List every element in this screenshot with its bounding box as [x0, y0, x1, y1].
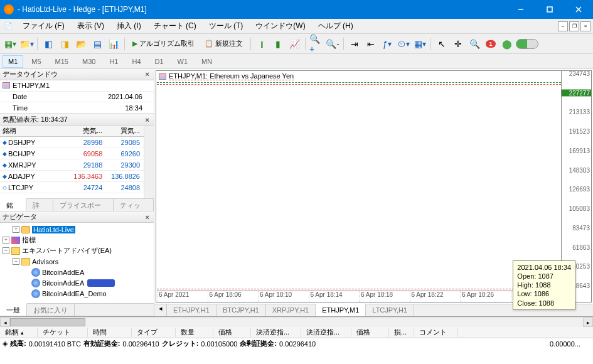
- menu-tools[interactable]: ツール (T): [203, 18, 250, 34]
- terminal-col-header[interactable]: 時間: [88, 328, 132, 337]
- tf-w1[interactable]: W1: [172, 55, 194, 68]
- tf-m5[interactable]: M5: [26, 55, 46, 68]
- terminal-header: 銘柄 ▴チケット時間タイプ数量価格決済逆指...決済逆指...価格損...コメン…: [0, 327, 593, 338]
- tf-m30[interactable]: M30: [77, 55, 101, 68]
- quote-row[interactable]: ◇ LTCJPY2472424808: [0, 182, 144, 193]
- chart-tab[interactable]: BTCJPY,H1: [216, 304, 266, 316]
- tf-h4[interactable]: H4: [126, 55, 146, 68]
- quote-row[interactable]: ◆ BCHJPY6905869260: [0, 148, 144, 159]
- mdi-close[interactable]: ×: [580, 21, 590, 31]
- maximize-button[interactable]: [535, 0, 564, 19]
- navigator-button[interactable]: 📂: [73, 36, 88, 51]
- templates-button[interactable]: ▦▾: [412, 36, 427, 51]
- chart-shift-button[interactable]: ⇤: [363, 36, 378, 51]
- terminal-col-header[interactable]: 数量: [176, 328, 213, 337]
- minimize-button[interactable]: [506, 0, 535, 19]
- terminal-col-header[interactable]: 決済逆指...: [301, 328, 351, 337]
- chart-tab[interactable]: XRPJPY,H1: [266, 304, 316, 316]
- navigator-close[interactable]: ×: [144, 213, 151, 221]
- close-button[interactable]: [564, 0, 593, 19]
- nav-account[interactable]: +HatioLtd-Live: [1, 224, 152, 235]
- bar-chart-button[interactable]: ⫿: [254, 36, 269, 51]
- alerts-button[interactable]: 1: [483, 36, 498, 51]
- cursor-button[interactable]: ↖: [434, 36, 449, 51]
- terminal-col-header[interactable]: 価格: [213, 328, 251, 337]
- menu-view[interactable]: 表示 (V): [71, 18, 110, 34]
- direction-icon: ◆: [3, 173, 7, 179]
- terminal-col-header[interactable]: タイプ: [132, 328, 176, 337]
- terminal-col-header[interactable]: 価格: [351, 328, 389, 337]
- indicators-button[interactable]: ƒ▾: [380, 36, 395, 51]
- quote-row[interactable]: ◆ DSHJPY2899829085: [0, 137, 144, 148]
- menu-window[interactable]: ウインドウ(W): [249, 18, 311, 34]
- data-window-symbol-row: ETHJPY,M1: [0, 80, 154, 92]
- menu-insert[interactable]: 挿入 (I): [110, 18, 147, 34]
- mdi-restore[interactable]: ❐: [569, 21, 579, 31]
- terminal-col-header[interactable]: 損...: [389, 328, 414, 337]
- scroll-right[interactable]: ▸: [583, 318, 593, 327]
- terminal-col-header[interactable]: コメント: [414, 328, 458, 337]
- scroll-thumb[interactable]: [10, 318, 85, 326]
- line-chart-button[interactable]: 📈: [287, 36, 302, 51]
- objects-button[interactable]: 🔍: [467, 36, 482, 51]
- tf-m1[interactable]: M1: [3, 55, 23, 68]
- market-watch-button[interactable]: ◧: [41, 36, 56, 51]
- profiles-button[interactable]: 📁▾: [19, 36, 34, 51]
- quotes-tab-details[interactable]: 詳細: [26, 199, 53, 211]
- tf-mn[interactable]: MN: [196, 55, 218, 68]
- quotes-tab-priceboard[interactable]: プライスボード: [53, 199, 114, 211]
- terminal-col-header[interactable]: 銘柄 ▴: [0, 328, 38, 337]
- nav-tab-favorites[interactable]: お気に入り: [27, 304, 75, 316]
- chart-tab-prev[interactable]: ◂: [154, 304, 167, 316]
- quote-row[interactable]: ◆ ADAJPY136.3463136.8826: [0, 171, 144, 182]
- terminal-col-header[interactable]: チケット: [38, 328, 88, 337]
- new-chart-button[interactable]: ▦ ▾: [3, 36, 18, 51]
- candle-chart-button[interactable]: ▮: [270, 36, 286, 51]
- app-menu-icon[interactable]: 📄: [3, 21, 14, 32]
- data-window-button[interactable]: ◨: [57, 36, 72, 51]
- nav-tab-common[interactable]: 一般: [0, 303, 27, 316]
- new-order-button[interactable]: 📋新規注文: [200, 36, 247, 51]
- market-watch-close[interactable]: ×: [144, 116, 151, 124]
- data-window-close[interactable]: ×: [144, 70, 151, 78]
- quotes-scrollbar[interactable]: [144, 126, 154, 198]
- strategy-tester-button[interactable]: 📊: [106, 36, 121, 51]
- scroll-left[interactable]: ◂: [0, 318, 10, 327]
- direction-icon: ◆: [3, 151, 7, 157]
- zoom-in-button[interactable]: 🔍+: [309, 36, 324, 51]
- nav-advisors[interactable]: −Advisors: [1, 256, 152, 267]
- chart-tab[interactable]: ETHJPY,M1: [316, 304, 366, 316]
- chart-icon: [3, 82, 10, 88]
- zoom-out-button[interactable]: 🔍-: [325, 36, 340, 51]
- crosshair-button[interactable]: ✛: [451, 36, 466, 51]
- quotes-tab-tick[interactable]: ティック: [114, 199, 154, 211]
- nav-ea[interactable]: −エキスパートアドバイザ(EA): [1, 245, 152, 256]
- mdi-minimize[interactable]: –: [558, 21, 568, 31]
- price-tick: 169913: [569, 147, 590, 154]
- menu-chart[interactable]: チャート (C): [147, 18, 203, 34]
- menu-help[interactable]: ヘルプ (H): [312, 18, 360, 34]
- time-tick: 6 Apr 18:10: [258, 291, 309, 302]
- chart-tab[interactable]: LTCJPY,H1: [366, 304, 414, 316]
- quote-row[interactable]: ◆ XMRJPY2918829300: [0, 159, 144, 171]
- data-window-symbol: ETHJPY,M1: [13, 82, 50, 89]
- enable-switch[interactable]: [516, 39, 538, 49]
- data-window-header: データウインドウ ×: [0, 69, 154, 80]
- algo-trading-button[interactable]: ▶アルゴリズム取引: [128, 36, 199, 51]
- vps-button[interactable]: ⬤: [500, 36, 515, 51]
- terminal-col-header[interactable]: 決済逆指...: [251, 328, 301, 337]
- terminal-scrollbar[interactable]: ◂ ▸: [0, 317, 593, 327]
- periods-button[interactable]: ⏲▾: [396, 36, 411, 51]
- quotes-tab-symbols[interactable]: 銘柄: [0, 198, 26, 211]
- nav-ea-item[interactable]: BitcoinAddEA: [1, 267, 152, 277]
- terminal-button[interactable]: ▤: [90, 36, 105, 51]
- auto-scroll-button[interactable]: ⇥: [347, 36, 362, 51]
- chart-tab[interactable]: ETHJPY,H1: [167, 304, 216, 316]
- tf-m15[interactable]: M15: [50, 55, 74, 68]
- tf-d1[interactable]: D1: [149, 55, 169, 68]
- nav-ea-item[interactable]: BitcoinAddEAxxxxx: [1, 277, 152, 288]
- nav-ea-item[interactable]: BitcoinAddEA_Demo: [1, 288, 152, 299]
- menu-file[interactable]: ファイル (F): [16, 18, 71, 34]
- nav-indicators[interactable]: +指標: [1, 235, 152, 245]
- tf-h1[interactable]: H1: [104, 55, 124, 68]
